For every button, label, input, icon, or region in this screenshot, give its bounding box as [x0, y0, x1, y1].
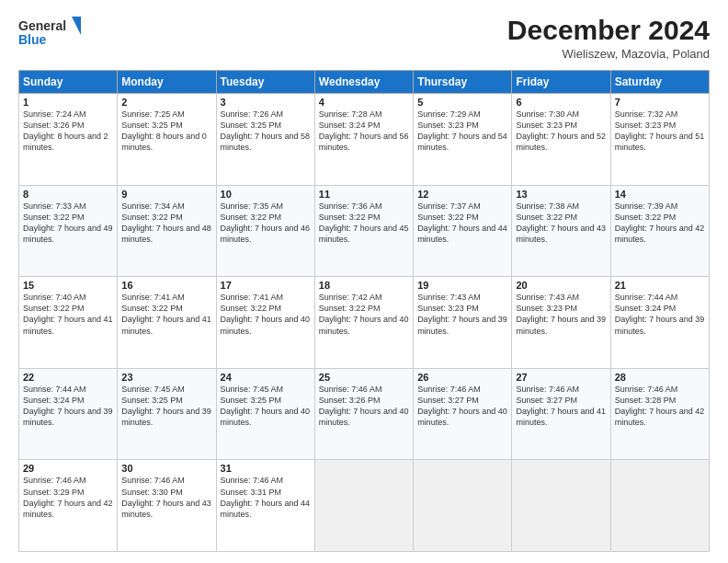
table-cell: 19 Sunrise: 7:43 AMSunset: 3:23 PMDaylig…	[414, 277, 512, 369]
day-info: Sunrise: 7:30 AMSunset: 3:23 PMDaylight:…	[516, 109, 606, 154]
table-cell: 3 Sunrise: 7:26 AMSunset: 3:25 PMDayligh…	[216, 94, 314, 186]
week-row-5: 29 Sunrise: 7:46 AMSunset: 3:29 PMDaylig…	[19, 460, 710, 552]
col-monday: Monday	[118, 71, 216, 94]
location-subtitle: Wieliszew, Mazovia, Poland	[507, 47, 710, 61]
day-info: Sunrise: 7:40 AMSunset: 3:22 PMDaylight:…	[23, 292, 113, 337]
day-number: 26	[417, 372, 507, 383]
day-info: Sunrise: 7:41 AMSunset: 3:22 PMDaylight:…	[121, 292, 211, 337]
table-cell: 28 Sunrise: 7:46 AMSunset: 3:28 PMDaylig…	[610, 368, 709, 460]
day-number: 13	[516, 189, 606, 200]
day-info: Sunrise: 7:46 AMSunset: 3:26 PMDaylight:…	[319, 384, 409, 429]
day-number: 29	[23, 463, 113, 474]
table-cell	[314, 460, 413, 552]
table-cell: 11 Sunrise: 7:36 AMSunset: 3:22 PMDaylig…	[314, 185, 413, 277]
col-thursday: Thursday	[414, 71, 512, 94]
day-number: 11	[319, 189, 409, 200]
day-info: Sunrise: 7:35 AMSunset: 3:22 PMDaylight:…	[221, 201, 311, 246]
day-number: 24	[221, 372, 311, 383]
table-cell: 20 Sunrise: 7:43 AMSunset: 3:23 PMDaylig…	[512, 277, 610, 369]
day-info: Sunrise: 7:46 AMSunset: 3:28 PMDaylight:…	[615, 384, 705, 429]
day-number: 9	[121, 189, 211, 200]
table-cell: 13 Sunrise: 7:38 AMSunset: 3:22 PMDaylig…	[512, 185, 610, 277]
day-info: Sunrise: 7:32 AMSunset: 3:23 PMDaylight:…	[615, 109, 705, 154]
day-info: Sunrise: 7:46 AMSunset: 3:31 PMDaylight:…	[221, 475, 311, 520]
table-cell: 16 Sunrise: 7:41 AMSunset: 3:22 PMDaylig…	[118, 277, 216, 369]
day-number: 28	[615, 372, 705, 383]
day-number: 22	[23, 372, 113, 383]
day-number: 21	[615, 280, 705, 291]
day-info: Sunrise: 7:44 AMSunset: 3:24 PMDaylight:…	[23, 384, 113, 429]
day-info: Sunrise: 7:38 AMSunset: 3:22 PMDaylight:…	[516, 201, 606, 246]
col-wednesday: Wednesday	[314, 71, 413, 94]
week-row-3: 15 Sunrise: 7:40 AMSunset: 3:22 PMDaylig…	[19, 277, 710, 369]
table-cell: 5 Sunrise: 7:29 AMSunset: 3:23 PMDayligh…	[414, 94, 512, 186]
day-info: Sunrise: 7:42 AMSunset: 3:22 PMDaylight:…	[319, 292, 409, 337]
table-cell: 29 Sunrise: 7:46 AMSunset: 3:29 PMDaylig…	[19, 460, 118, 552]
table-cell: 15 Sunrise: 7:40 AMSunset: 3:22 PMDaylig…	[19, 277, 118, 369]
day-number: 18	[319, 280, 409, 291]
table-cell	[414, 460, 512, 552]
day-number: 15	[23, 280, 113, 291]
day-number: 27	[516, 372, 606, 383]
table-cell: 8 Sunrise: 7:33 AMSunset: 3:22 PMDayligh…	[19, 185, 118, 277]
table-cell: 2 Sunrise: 7:25 AMSunset: 3:25 PMDayligh…	[118, 94, 216, 186]
day-number: 12	[417, 189, 507, 200]
day-info: Sunrise: 7:45 AMSunset: 3:25 PMDaylight:…	[121, 384, 211, 429]
day-info: Sunrise: 7:43 AMSunset: 3:23 PMDaylight:…	[417, 292, 507, 337]
table-cell: 30 Sunrise: 7:46 AMSunset: 3:30 PMDaylig…	[118, 460, 216, 552]
day-info: Sunrise: 7:41 AMSunset: 3:22 PMDaylight:…	[221, 292, 311, 337]
day-info: Sunrise: 7:36 AMSunset: 3:22 PMDaylight:…	[319, 201, 409, 246]
week-row-4: 22 Sunrise: 7:44 AMSunset: 3:24 PMDaylig…	[19, 368, 710, 460]
svg-marker-2	[72, 17, 81, 35]
table-cell: 22 Sunrise: 7:44 AMSunset: 3:24 PMDaylig…	[19, 368, 118, 460]
logo: General Blue	[18, 15, 81, 52]
day-info: Sunrise: 7:37 AMSunset: 3:22 PMDaylight:…	[417, 201, 507, 246]
day-number: 8	[23, 189, 113, 200]
day-number: 1	[23, 97, 113, 108]
header: General Blue December 2024 Wieliszew, Ma…	[18, 15, 710, 61]
table-cell: 12 Sunrise: 7:37 AMSunset: 3:22 PMDaylig…	[414, 185, 512, 277]
day-info: Sunrise: 7:29 AMSunset: 3:23 PMDaylight:…	[417, 109, 507, 154]
day-number: 3	[221, 97, 311, 108]
col-sunday: Sunday	[19, 71, 118, 94]
day-info: Sunrise: 7:46 AMSunset: 3:30 PMDaylight:…	[121, 475, 211, 520]
table-cell: 18 Sunrise: 7:42 AMSunset: 3:22 PMDaylig…	[314, 277, 413, 369]
day-info: Sunrise: 7:45 AMSunset: 3:25 PMDaylight:…	[221, 384, 311, 429]
week-row-1: 1 Sunrise: 7:24 AMSunset: 3:26 PMDayligh…	[19, 94, 710, 186]
day-info: Sunrise: 7:33 AMSunset: 3:22 PMDaylight:…	[23, 201, 113, 246]
day-number: 25	[319, 372, 409, 383]
table-cell: 14 Sunrise: 7:39 AMSunset: 3:22 PMDaylig…	[610, 185, 709, 277]
col-tuesday: Tuesday	[216, 71, 314, 94]
month-title: December 2024	[507, 15, 710, 45]
day-number: 4	[319, 97, 409, 108]
table-cell: 10 Sunrise: 7:35 AMSunset: 3:22 PMDaylig…	[216, 185, 314, 277]
day-number: 10	[221, 189, 311, 200]
table-cell: 26 Sunrise: 7:46 AMSunset: 3:27 PMDaylig…	[414, 368, 512, 460]
week-row-2: 8 Sunrise: 7:33 AMSunset: 3:22 PMDayligh…	[19, 185, 710, 277]
day-number: 14	[615, 189, 705, 200]
logo-svg: General Blue	[18, 15, 81, 52]
page: General Blue December 2024 Wieliszew, Ma…	[0, 0, 728, 563]
day-number: 16	[121, 280, 211, 291]
col-friday: Friday	[512, 71, 610, 94]
day-number: 31	[221, 463, 311, 474]
table-cell: 1 Sunrise: 7:24 AMSunset: 3:26 PMDayligh…	[19, 94, 118, 186]
day-number: 6	[516, 97, 606, 108]
svg-text:Blue: Blue	[18, 32, 47, 47]
title-block: December 2024 Wieliszew, Mazovia, Poland	[507, 15, 710, 61]
table-cell: 6 Sunrise: 7:30 AMSunset: 3:23 PMDayligh…	[512, 94, 610, 186]
day-number: 7	[615, 97, 705, 108]
calendar-table: Sunday Monday Tuesday Wednesday Thursday…	[18, 70, 710, 552]
day-info: Sunrise: 7:26 AMSunset: 3:25 PMDaylight:…	[221, 109, 311, 154]
day-info: Sunrise: 7:28 AMSunset: 3:24 PMDaylight:…	[319, 109, 409, 154]
day-number: 17	[221, 280, 311, 291]
day-info: Sunrise: 7:46 AMSunset: 3:27 PMDaylight:…	[516, 384, 606, 429]
day-number: 19	[417, 280, 507, 291]
day-info: Sunrise: 7:25 AMSunset: 3:25 PMDaylight:…	[121, 109, 211, 154]
table-cell: 7 Sunrise: 7:32 AMSunset: 3:23 PMDayligh…	[610, 94, 709, 186]
table-cell: 9 Sunrise: 7:34 AMSunset: 3:22 PMDayligh…	[118, 185, 216, 277]
day-number: 20	[516, 280, 606, 291]
table-cell: 31 Sunrise: 7:46 AMSunset: 3:31 PMDaylig…	[216, 460, 314, 552]
table-cell: 24 Sunrise: 7:45 AMSunset: 3:25 PMDaylig…	[216, 368, 314, 460]
table-cell: 27 Sunrise: 7:46 AMSunset: 3:27 PMDaylig…	[512, 368, 610, 460]
